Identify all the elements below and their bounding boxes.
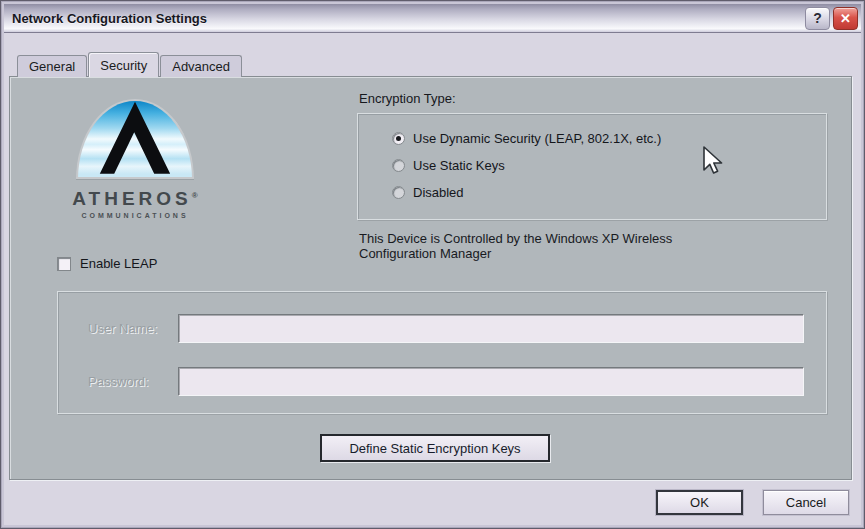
tab-general[interactable]: General [17, 55, 87, 77]
cancel-button[interactable]: Cancel [763, 490, 849, 515]
credentials-groupbox: User Name: Password: [57, 291, 827, 414]
define-static-encryption-keys-button[interactable]: Define Static Encryption Keys [320, 434, 550, 462]
atheros-dome-graphic [76, 99, 194, 179]
encryption-type-groupbox: Use Dynamic Security (LEAP, 802.1X, etc.… [357, 113, 827, 220]
atheros-a-glyph [87, 94, 183, 180]
device-note-line1: This Device is Controlled by the Windows… [359, 231, 789, 246]
titlebar[interactable]: Network Configuration Settings ? ✕ [4, 4, 861, 33]
atheros-logo: ATHEROS® COMMUNICATIONS [60, 99, 210, 219]
atheros-subtitle-text: COMMUNICATIONS [60, 212, 210, 219]
ok-button[interactable]: OK [656, 490, 743, 515]
network-configuration-dialog: Network Configuration Settings ? ✕ Gener… [0, 0, 865, 529]
tab-strip: General Security Advanced [17, 52, 243, 77]
enable-leap-row[interactable]: Enable LEAP [57, 256, 157, 271]
close-icon[interactable]: ✕ [833, 7, 858, 30]
tab-security[interactable]: Security [88, 52, 159, 77]
password-label: Password: [88, 374, 149, 389]
enable-leap-checkbox[interactable] [57, 257, 71, 271]
user-name-label: User Name: [88, 321, 157, 336]
help-icon[interactable]: ? [805, 7, 830, 30]
radio-label: Disabled [413, 185, 464, 200]
device-note: This Device is Controlled by the Windows… [359, 231, 789, 261]
encryption-type-label: Encryption Type: [359, 91, 456, 106]
radio-disabled[interactable]: Disabled [392, 179, 826, 206]
password-field[interactable] [178, 367, 804, 396]
security-tab-panel: ATHEROS® COMMUNICATIONS Encryption Type:… [9, 76, 852, 480]
radio-button-icon[interactable] [392, 159, 405, 172]
radio-button-icon[interactable] [392, 186, 405, 199]
radio-selected-dot [396, 136, 401, 141]
enable-leap-label: Enable LEAP [80, 256, 157, 271]
radio-label: Use Dynamic Security (LEAP, 802.1X, etc.… [413, 131, 661, 146]
atheros-brand-text: ATHEROS® [60, 188, 210, 210]
window-title: Network Configuration Settings [4, 11, 805, 26]
device-note-line2: Configuration Manager [359, 246, 789, 261]
radio-use-static-keys[interactable]: Use Static Keys [392, 152, 826, 179]
user-name-field[interactable] [178, 314, 804, 343]
tab-advanced[interactable]: Advanced [160, 55, 242, 77]
registered-mark: ® [192, 191, 198, 200]
radio-label: Use Static Keys [413, 158, 505, 173]
radio-use-dynamic-security[interactable]: Use Dynamic Security (LEAP, 802.1X, etc.… [392, 125, 826, 152]
radio-button-icon[interactable] [392, 132, 405, 145]
